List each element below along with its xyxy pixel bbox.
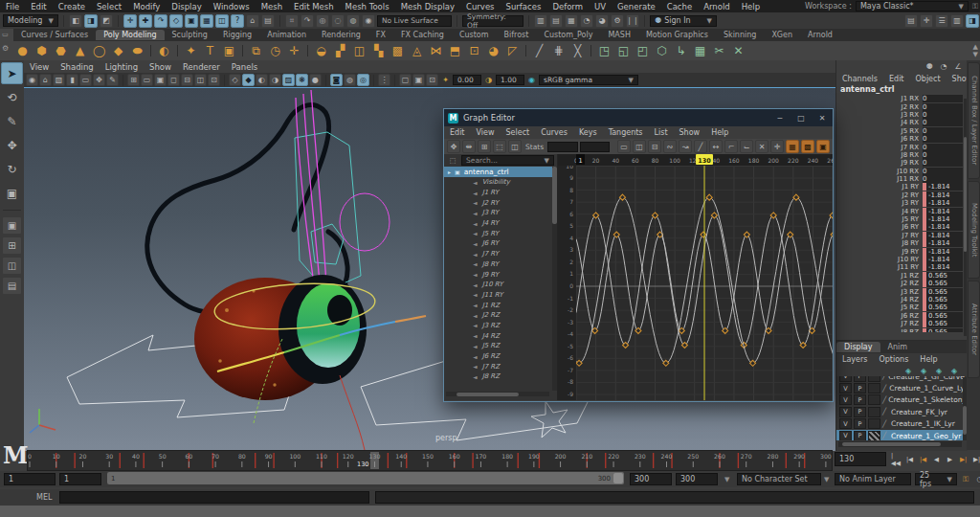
channel-row[interactable]: J2 RZ0.565: [836, 280, 968, 287]
layer-playback-toggle[interactable]: P: [854, 376, 866, 382]
outliner-channel-row[interactable]: ◄J8 RY: [444, 259, 557, 270]
graph-curve-area[interactable]: 109876543210-1-2-3-4-5-6-7-8-90204060801…: [558, 154, 833, 400]
outliner-channel-row[interactable]: ◄J7 RY: [444, 249, 557, 259]
channel-value-field[interactable]: -1.814: [923, 263, 963, 271]
channel-row[interactable]: J4 RX0: [836, 119, 968, 126]
outliner-hscrollbar[interactable]: [446, 392, 549, 396]
layer-row[interactable]: VP╱Creature_1_Curve_Lyr: [836, 382, 968, 393]
menu-curves[interactable]: Curves: [460, 2, 501, 11]
poly-plane-icon[interactable]: ◆: [109, 42, 127, 60]
stats-value-field[interactable]: [580, 142, 610, 152]
target-weld-icon[interactable]: ✕: [729, 42, 747, 60]
snap-curve-icon[interactable]: ↷: [301, 14, 314, 28]
snap-point-icon[interactable]: ◎: [316, 14, 329, 28]
layer-visibility-toggle[interactable]: V: [839, 418, 852, 429]
playback-start-field[interactable]: 1: [59, 473, 101, 485]
workspace-lock-icon[interactable]: ⚿: [972, 2, 978, 11]
remesh-icon[interactable]: ⬒: [446, 42, 464, 60]
exposure-icon[interactable]: ✦: [439, 74, 452, 86]
region-select-icon[interactable]: ⬚: [493, 140, 506, 153]
shelf-tab-rendering[interactable]: Rendering: [314, 30, 368, 40]
snapshot-icon[interactable]: ⊡: [426, 74, 438, 86]
anim-start-field[interactable]: 1: [4, 473, 56, 485]
edge-flow-icon[interactable]: ⋕: [549, 42, 568, 60]
channel-row[interactable]: J1 RZ0.565: [836, 272, 968, 280]
bookmarks-icon[interactable]: ▮: [66, 74, 78, 86]
poly-disc-icon[interactable]: ⬬: [128, 42, 146, 60]
layer-menu-layers[interactable]: Layers: [836, 355, 873, 364]
layer-color-swatch[interactable]: [868, 383, 880, 393]
channel-value-field[interactable]: 0.565: [923, 303, 963, 311]
step-forward-key-button[interactable]: ▶|: [957, 452, 969, 466]
layer-row[interactable]: VP╱Creature_1_Geo_lyr: [836, 430, 968, 440]
layer-menu-options[interactable]: Options: [873, 355, 914, 364]
poly-torus-icon[interactable]: ◯: [90, 42, 108, 60]
clamped-tangent-icon[interactable]: ↝: [679, 140, 692, 153]
channel-value-field[interactable]: 0: [923, 103, 963, 111]
channel-value-field[interactable]: 0.565: [923, 320, 963, 327]
channel-value-field[interactable]: -1.814: [923, 215, 963, 223]
mask-surfaces-icon[interactable]: ◇: [169, 14, 183, 28]
move-tool[interactable]: ✥: [1, 134, 23, 156]
channel-value-field[interactable]: -1.814: [923, 248, 963, 256]
go-to-start-button[interactable]: |◀◀: [890, 452, 902, 466]
channel-value-field[interactable]: -1.814: [923, 232, 963, 239]
channel-row[interactable]: J8 RZ0.565: [836, 327, 968, 332]
channel-row[interactable]: J3 RZ0.565: [836, 287, 968, 295]
snap-view-icon[interactable]: ◍: [346, 14, 360, 28]
shelf-tab-skinning[interactable]: Skinning: [716, 30, 764, 40]
bevel-icon[interactable]: ◱: [614, 42, 633, 60]
new-empty-layer-icon[interactable]: ◈: [902, 365, 914, 376]
channel-value-field[interactable]: 0.565: [923, 312, 963, 320]
move-nearest-key-icon[interactable]: ✥: [447, 140, 460, 153]
menu-help[interactable]: Help: [736, 2, 766, 11]
channel-menu-edit[interactable]: Edit: [883, 75, 910, 83]
camera-attributes-icon[interactable]: ▧: [53, 74, 65, 86]
shelf-tab-fx[interactable]: FX: [368, 30, 393, 40]
menu-mesh[interactable]: Mesh: [256, 2, 288, 11]
mask-curves-icon[interactable]: ↷: [154, 14, 167, 28]
step-back-key-button[interactable]: |◀: [917, 452, 929, 466]
channel-value-field[interactable]: 0: [923, 95, 963, 102]
outliner-node-selected[interactable]: ▸▣antenna_ctrl: [444, 167, 557, 177]
lock-selection-icon[interactable]: ⌂: [246, 14, 259, 28]
outliner-channel-row[interactable]: ◄J3 RY: [444, 208, 557, 218]
outliner-channel-row[interactable]: ◄J11 RY: [444, 290, 557, 301]
combine-icon[interactable]: ◒: [312, 42, 330, 60]
motion-blur-icon[interactable]: ●: [309, 74, 322, 86]
shadows-icon[interactable]: ▨: [282, 74, 295, 86]
paint-select-tool[interactable]: ✎: [1, 110, 23, 132]
channel-row[interactable]: J3 RX0: [836, 111, 968, 119]
hyperbolic-icon[interactable]: ∠: [952, 61, 964, 73]
shelf-tab-curves-surfaces[interactable]: Curves / Surfaces: [13, 30, 96, 40]
channel-row[interactable]: J5 RY-1.814: [836, 215, 968, 223]
svg-tool-icon[interactable]: ▣: [220, 42, 238, 60]
make-live-icon[interactable]: ◉: [362, 14, 375, 28]
field-chart-icon[interactable]: ⊟: [181, 74, 193, 86]
scene-render-icon[interactable]: ▢: [399, 74, 412, 86]
move-layer-up-icon[interactable]: ◈: [933, 365, 945, 376]
channel-value-field[interactable]: -1.814: [923, 239, 963, 247]
poly-sphere-icon[interactable]: ●: [13, 42, 32, 60]
layer-playback-toggle[interactable]: P: [854, 383, 866, 393]
shaded-icon[interactable]: ◆: [242, 74, 255, 86]
move-layer-down-icon[interactable]: ◈: [948, 365, 960, 376]
channel-object-name[interactable]: antenna_ctrl: [836, 84, 968, 95]
layer-visibility-toggle[interactable]: V: [839, 407, 852, 417]
resolution-gate-icon[interactable]: ▣: [154, 74, 167, 86]
input-connections-icon[interactable]: ▥: [534, 14, 547, 28]
fill-hole-icon[interactable]: ⬡: [653, 42, 671, 60]
fps-selector[interactable]: 25 fps▼: [915, 473, 957, 485]
lasso-select-tool[interactable]: ⟲: [1, 86, 23, 108]
menu-mesh-display[interactable]: Mesh Display: [395, 2, 460, 11]
channel-value-field[interactable]: -1.814: [923, 199, 963, 207]
channel-value-field[interactable]: 0: [923, 135, 963, 143]
character-set-caret-icon[interactable]: ▼: [724, 476, 729, 483]
layout-outliner-persp[interactable]: ▤: [2, 277, 22, 295]
wedge-icon[interactable]: ◕: [484, 42, 502, 60]
exposure-field[interactable]: 0.00: [453, 75, 481, 85]
layer-color-swatch[interactable]: [868, 394, 880, 405]
channel-row[interactable]: J1 RX0: [836, 95, 968, 102]
channel-row[interactable]: J9 RX0: [836, 159, 968, 167]
playback-end-field[interactable]: 300: [630, 473, 672, 485]
